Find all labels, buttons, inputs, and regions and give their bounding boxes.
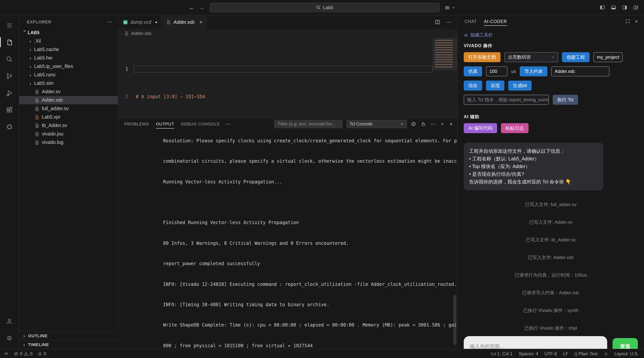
tree-item[interactable]: › Lab5.ip_user_files: [19, 62, 118, 71]
lock-autoscroll-icon[interactable]: [421, 121, 426, 126]
implement-button[interactable]: 实现: [486, 81, 504, 91]
toggle-primary-sidebar-icon[interactable]: [600, 5, 605, 10]
ai-write-code-button[interactable]: AI 编写代码: [464, 123, 497, 133]
panel-more-actions-icon[interactable]: ⋯: [430, 121, 436, 127]
panel-tab[interactable]: PROBLEMS: [124, 118, 149, 130]
tab-chat[interactable]: CHAT: [464, 15, 477, 27]
template-select[interactable]: 点亮数码管: [504, 52, 558, 62]
sim-time-input[interactable]: 100: [486, 66, 508, 76]
explorer-icon[interactable]: [0, 34, 19, 51]
output-channel-select[interactable]: Tcl Console: [346, 120, 407, 128]
console-line[interactable]: [124, 192, 457, 213]
tree-item[interactable]: › full_adder.sv: [19, 104, 118, 113]
panel-tab[interactable]: OUTPUT: [156, 118, 174, 130]
run-debug-icon[interactable]: [0, 84, 19, 101]
indentation[interactable]: Spaces: 4: [518, 351, 538, 356]
explorer-more-actions-icon[interactable]: ⋯: [107, 19, 112, 25]
encoding[interactable]: UTF-8: [544, 351, 557, 356]
tree-root-lab5[interactable]: › LAB5: [19, 28, 118, 37]
editor-more-actions-icon[interactable]: ⋯: [446, 19, 452, 26]
outline-section-header[interactable]: › OUTLINE: [19, 331, 118, 340]
console-line[interactable]: 80 Infos, 3 Warnings, 0 Critical Warning…: [124, 233, 457, 254]
code-line[interactable]: 1: [118, 66, 433, 73]
console-line[interactable]: Running Vector-less Activity Propagation…: [124, 172, 457, 192]
generate-bitstream-button[interactable]: 生成bit: [508, 81, 532, 91]
copilot-icon[interactable]: [444, 5, 455, 10]
tab-dump-vcd[interactable]: dump.vcd ●: [118, 15, 162, 29]
settings-gear-icon[interactable]: [0, 330, 19, 346]
console-line[interactable]: Resolution: Please specify clocks using …: [124, 131, 457, 151]
tcl-console-output[interactable]: Resolution: Please specify clocks using …: [118, 130, 457, 349]
send-button[interactable]: 发送: [612, 338, 638, 349]
project-name-input[interactable]: my_project: [593, 52, 622, 62]
close-icon[interactable]: ×: [200, 19, 202, 25]
import-constraint-button[interactable]: 导入约束: [520, 66, 547, 76]
tcl-command-input[interactable]: 输入 Tcl 指令，例如 report_timing_summa: [464, 95, 549, 105]
console-line[interactable]: INFO: [Timing 38-480] Writing timing dat…: [124, 295, 457, 315]
panel-tabs-more-icon[interactable]: ⋯: [225, 121, 230, 127]
tree-item[interactable]: › Lab5.hw: [19, 54, 118, 62]
remote-window-icon[interactable]: [4, 351, 9, 356]
simulate-button[interactable]: 仿真: [464, 66, 482, 76]
constraint-file-input[interactable]: Adder.xdc: [551, 66, 610, 76]
timeline-section-header[interactable]: › TIMELINE: [19, 340, 118, 349]
create-project-button[interactable]: 创建工程: [562, 52, 590, 62]
tree-item[interactable]: › Lab5.runs: [19, 71, 118, 79]
toggle-panel-icon[interactable]: [611, 5, 616, 10]
split-editor-icon[interactable]: [434, 19, 440, 25]
console-line[interactable]: Write ShapeDB Complete: Time (s): cpu = …: [124, 315, 457, 336]
notifications-status[interactable]: 0: [38, 351, 46, 356]
console-line[interactable]: combinatorial circuits, please specify a…: [124, 151, 457, 172]
console-line[interactable]: report_power completed successfully: [124, 254, 457, 274]
toggle-secondary-sidebar-icon[interactable]: [622, 5, 628, 10]
source-control-icon[interactable]: [0, 68, 19, 84]
paste-log-button[interactable]: 粘贴日志: [501, 123, 528, 133]
synthesize-button[interactable]: 综合: [464, 81, 482, 91]
extensions-icon[interactable]: [0, 101, 19, 118]
feedback-smiley-icon[interactable]: ☺: [604, 351, 608, 356]
tree-item[interactable]: › Lab5.cache: [19, 45, 118, 54]
cursor-position[interactable]: Ln 1, Col 1: [491, 351, 512, 356]
code-editor[interactable]: 1 2 # A input [3:0] – IO1~IO4 3 set_prop…: [118, 38, 457, 118]
console-line[interactable]: Finished Running Vector-less Activity Pr…: [124, 213, 457, 233]
breadcrumb[interactable]: Adder.xdc: [118, 29, 457, 38]
chip-extension-icon[interactable]: [0, 118, 19, 135]
intent-input[interactable]: 输入你的意图...: [464, 336, 607, 349]
fullscreen-icon[interactable]: [626, 19, 630, 24]
tree-item[interactable]: › vivado.jou: [19, 130, 118, 138]
close-panel-icon[interactable]: ×: [450, 121, 452, 127]
tab-adder-xdc[interactable]: Adder.xdc ×: [162, 15, 207, 29]
eol-sequence[interactable]: LF: [563, 351, 568, 356]
tree-item[interactable]: › .Xil: [19, 37, 118, 45]
tree-item[interactable]: › Adder.sv: [19, 88, 118, 96]
history-forward-button[interactable]: →: [199, 4, 205, 11]
clear-output-icon[interactable]: [411, 121, 416, 127]
tree-item[interactable]: › vivado.log: [19, 138, 118, 147]
history-back-button[interactable]: ←: [189, 4, 194, 11]
console-line[interactable]: INFO: [Vivado 12-24828] Executing comman…: [124, 274, 457, 295]
command-center-search[interactable]: Lab5: [210, 3, 440, 12]
output-filter-input[interactable]: Filter (e.g. text, !excludeTex...: [274, 120, 343, 128]
maximize-panel-icon[interactable]: [440, 121, 445, 126]
keyboard-layout[interactable]: Layout: U.S.: [614, 351, 639, 356]
minimap[interactable]: [433, 38, 457, 118]
customize-layout-icon[interactable]: [633, 5, 639, 10]
account-icon[interactable]: [0, 313, 19, 330]
tree-item[interactable]: › Lab5.xpr: [19, 113, 118, 121]
panel-scrollbar[interactable]: [453, 295, 456, 345]
code-line[interactable]: 2 # A input [3:0] – IO1~IO4: [118, 93, 433, 100]
menu-icon[interactable]: [0, 17, 19, 34]
language-mode[interactable]: { } Plain Text: [574, 351, 598, 356]
close-icon[interactable]: ×: [635, 19, 638, 24]
open-doc-button[interactable]: 打开实验文档: [464, 52, 500, 62]
problems-status[interactable]: 0 0: [14, 351, 32, 356]
console-line[interactable]: 000 ; free physical = 1015100 ; free vir…: [124, 336, 457, 349]
tree-item[interactable]: › Adder.xdc: [19, 96, 118, 104]
tree-item[interactable]: › tb_Adder.sv: [19, 121, 118, 130]
tree-item[interactable]: › Lab5.sim: [19, 79, 118, 88]
modified-dot-icon[interactable]: ●: [155, 20, 157, 24]
tab-ai-coder[interactable]: AI-CODER: [484, 15, 507, 27]
run-tcl-button[interactable]: 执行 Tcl: [553, 95, 578, 105]
search-sidebar-icon[interactable]: [0, 51, 19, 68]
panel-tab[interactable]: DEBUG CONSOLE: [181, 118, 220, 130]
